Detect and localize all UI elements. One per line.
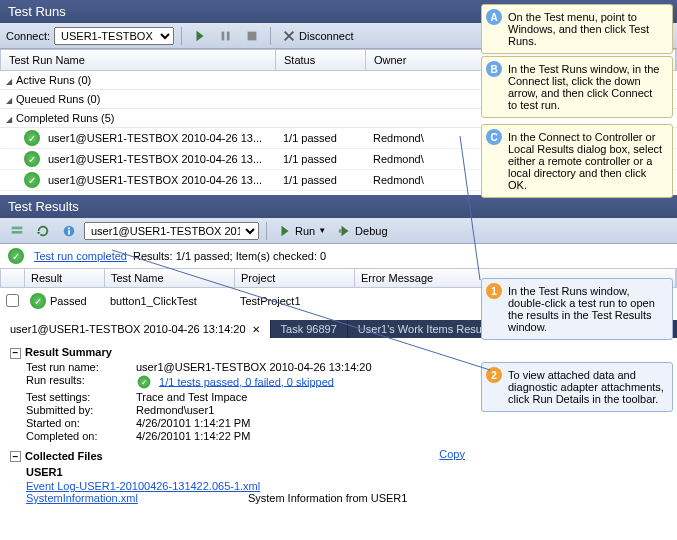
row-checkbox[interactable] [6, 294, 19, 307]
svg-rect-3 [12, 226, 23, 229]
pause-icon[interactable] [215, 27, 237, 45]
collapse-icon[interactable]: − [10, 348, 21, 359]
close-icon: ✕ [252, 324, 260, 335]
sysinfo-label: System Information from USER1 [248, 492, 408, 504]
host-name: USER1 [26, 466, 465, 478]
play-icon[interactable] [189, 27, 211, 45]
run-details-icon[interactable] [58, 222, 80, 240]
callout-1: 1In the Test Runs window, double-click a… [481, 278, 673, 340]
debug-button[interactable]: Debug [334, 222, 391, 240]
tab-task[interactable]: Task 96897 [271, 320, 348, 338]
collected-file-link[interactable]: Event Log-USER1-20100426-131422.065-1.xm… [26, 480, 260, 492]
collected-file-link[interactable]: SystemInformation.xml [26, 492, 138, 504]
connect-label: Connect: [6, 30, 50, 42]
col-status: Status [276, 50, 366, 70]
pass-icon [24, 151, 40, 167]
col-name: Test Run Name [1, 50, 276, 70]
collapse-icon[interactable]: − [10, 451, 21, 462]
svg-rect-6 [339, 229, 342, 233]
copy-link[interactable]: Copy [439, 448, 465, 465]
stop-icon[interactable] [241, 27, 263, 45]
connect-select[interactable]: USER1-TESTBOX [54, 27, 174, 45]
results-dropdown[interactable]: user1@USER1-TESTBOX 2010-04- [84, 222, 259, 240]
disconnect-button[interactable]: Disconnect [278, 27, 357, 45]
callout-b: BIn the Test Runs window, in the Connect… [481, 56, 673, 118]
pass-icon [30, 293, 46, 309]
result-summary: −Result Summary Test run name:user1@USER… [0, 338, 475, 510]
svg-rect-4 [12, 231, 23, 234]
callout-c: CIn the Connect to Controller or Local R… [481, 124, 673, 198]
test-run-completed-link[interactable]: Test run completed [34, 250, 127, 262]
pass-icon [24, 172, 40, 188]
svg-rect-2 [248, 31, 257, 40]
run-button[interactable]: Run ▼ [274, 222, 330, 240]
results-status-bar: Test run completed Results: 1/1 passed; … [0, 244, 677, 268]
results-summary-text: Results: 1/1 passed; Item(s) checked: 0 [133, 250, 326, 262]
pass-icon [24, 130, 40, 146]
pass-icon [138, 375, 151, 388]
refresh-icon[interactable] [32, 222, 54, 240]
test-results-title: Test Results [0, 195, 677, 218]
run-results-link[interactable]: 1/1 tests passed, 0 failed, 0 skipped [159, 375, 334, 387]
callout-2: 2To view attached data and diagnostic ad… [481, 362, 673, 412]
svg-rect-1 [227, 31, 230, 40]
svg-rect-0 [222, 31, 225, 40]
pass-icon [8, 248, 24, 264]
test-results-toolbar: user1@USER1-TESTBOX 2010-04- Run ▼ Debug [0, 218, 677, 244]
tab-current-run[interactable]: user1@USER1-TESTBOX 2010-04-26 13:14:20✕ [0, 320, 271, 338]
callout-a: AOn the Test menu, point to Windows, and… [481, 4, 673, 54]
views-icon[interactable] [6, 222, 28, 240]
